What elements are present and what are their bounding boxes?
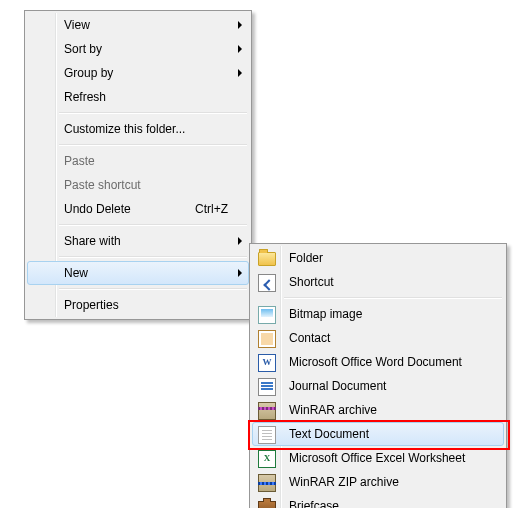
- menu-item-label: Paste: [64, 154, 95, 168]
- menu-item-briefcase[interactable]: Briefcase: [252, 494, 504, 508]
- menu-item-label: Customize this folder...: [64, 122, 185, 136]
- chevron-right-icon: [238, 237, 242, 245]
- menu-item-share-with[interactable]: Share with: [27, 229, 249, 253]
- menu-item-microsoft-office-excel-worksheet[interactable]: Microsoft Office Excel Worksheet: [252, 446, 504, 470]
- chevron-right-icon: [238, 69, 242, 77]
- menu-item-bitmap-image[interactable]: Bitmap image: [252, 302, 504, 326]
- menu-separator: [284, 297, 502, 299]
- zip-icon: [258, 474, 276, 492]
- menu-separator: [59, 112, 247, 114]
- menu-item-label: Bitmap image: [289, 307, 362, 321]
- menu-item-microsoft-office-word-document[interactable]: Microsoft Office Word Document: [252, 350, 504, 374]
- menu-item-paste: Paste: [27, 149, 249, 173]
- menu-item-winrar-zip-archive[interactable]: WinRAR ZIP archive: [252, 470, 504, 494]
- menu-separator: [59, 288, 247, 290]
- menu-item-refresh[interactable]: Refresh: [27, 85, 249, 109]
- menu-item-label: WinRAR archive: [289, 403, 377, 417]
- shortcut-icon: [258, 274, 276, 292]
- menu-item-label: View: [64, 18, 90, 32]
- menu-item-paste-shortcut: Paste shortcut: [27, 173, 249, 197]
- menu-item-label: Briefcase: [289, 499, 339, 508]
- word-icon: [258, 354, 276, 372]
- menu-item-label: Sort by: [64, 42, 102, 56]
- menu-item-journal-document[interactable]: Journal Document: [252, 374, 504, 398]
- menu-item-label: Contact: [289, 331, 330, 345]
- excel-icon: [258, 450, 276, 468]
- context-menu: ViewSort byGroup byRefreshCustomize this…: [24, 10, 252, 320]
- menu-item-shortcut[interactable]: Shortcut: [252, 270, 504, 294]
- menu-item-sort-by[interactable]: Sort by: [27, 37, 249, 61]
- folder-icon: [258, 252, 276, 266]
- menu-item-label: Refresh: [64, 90, 106, 104]
- menu-item-shortcut: Ctrl+Z: [195, 198, 228, 220]
- menu-item-properties[interactable]: Properties: [27, 293, 249, 317]
- menu-item-contact[interactable]: Contact: [252, 326, 504, 350]
- menu-item-label: Text Document: [289, 427, 369, 441]
- menu-item-label: Undo Delete: [64, 202, 131, 216]
- menu-separator: [59, 144, 247, 146]
- menu-item-label: Shortcut: [289, 275, 334, 289]
- menu-item-label: Paste shortcut: [64, 178, 141, 192]
- menu-item-view[interactable]: View: [27, 13, 249, 37]
- menu-separator: [59, 256, 247, 258]
- menu-item-label: WinRAR ZIP archive: [289, 475, 399, 489]
- menu-item-new[interactable]: New: [27, 261, 249, 285]
- journal-icon: [258, 378, 276, 396]
- menu-item-text-document[interactable]: Text Document: [252, 422, 504, 446]
- menu-item-group-by[interactable]: Group by: [27, 61, 249, 85]
- menu-item-folder[interactable]: Folder: [252, 246, 504, 270]
- txt-icon: [258, 426, 276, 444]
- menu-item-label: Group by: [64, 66, 113, 80]
- chevron-right-icon: [238, 21, 242, 29]
- chevron-right-icon: [238, 45, 242, 53]
- menu-item-label: Journal Document: [289, 379, 386, 393]
- menu-item-label: Share with: [64, 234, 121, 248]
- menu-separator: [59, 224, 247, 226]
- new-submenu: FolderShortcutBitmap imageContactMicroso…: [249, 243, 507, 508]
- menu-item-label: Properties: [64, 298, 119, 312]
- briefcase-icon: [258, 501, 276, 508]
- chevron-right-icon: [238, 269, 242, 277]
- contact-icon: [258, 330, 276, 348]
- bmp-icon: [258, 306, 276, 324]
- menu-item-label: New: [64, 266, 88, 280]
- rar-icon: [258, 402, 276, 420]
- menu-item-customize-this-folder[interactable]: Customize this folder...: [27, 117, 249, 141]
- menu-item-undo-delete[interactable]: Undo DeleteCtrl+Z: [27, 197, 249, 221]
- menu-item-label: Microsoft Office Excel Worksheet: [289, 451, 465, 465]
- menu-item-winrar-archive[interactable]: WinRAR archive: [252, 398, 504, 422]
- menu-item-label: Microsoft Office Word Document: [289, 355, 462, 369]
- menu-item-label: Folder: [289, 251, 323, 265]
